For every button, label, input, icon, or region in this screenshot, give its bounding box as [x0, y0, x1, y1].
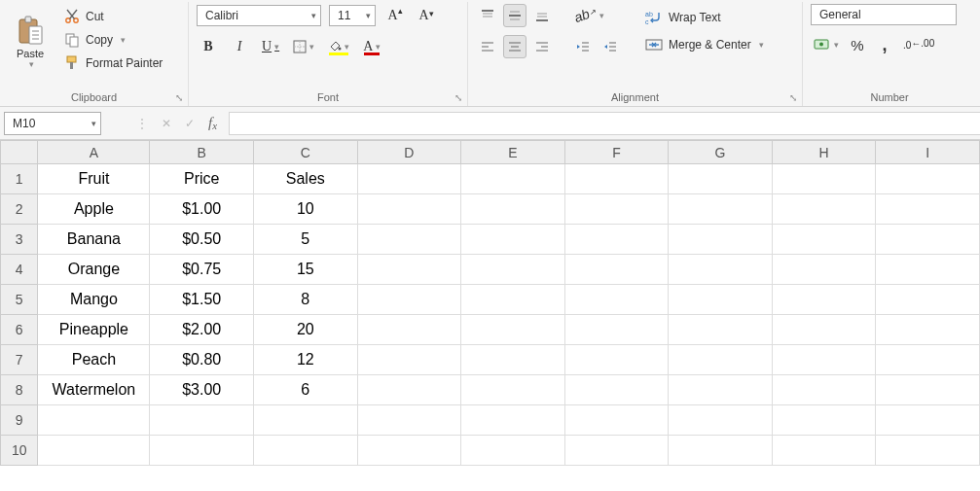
- wrap-text-button[interactable]: abc Wrap Text: [639, 6, 770, 29]
- increase-decimal-button[interactable]: .0←.00: [900, 33, 937, 56]
- fill-color-button[interactable]: ▾: [325, 35, 352, 58]
- cell-A4[interactable]: Orange: [38, 255, 150, 285]
- merge-center-button[interactable]: Merge & Center ▾: [639, 33, 770, 56]
- cell-D3[interactable]: [357, 225, 461, 255]
- cell-A9[interactable]: [38, 405, 150, 436]
- borders-button[interactable]: ▾: [290, 35, 317, 58]
- cell-B1[interactable]: Price: [150, 164, 254, 194]
- cell-E9[interactable]: [461, 405, 565, 436]
- column-header-A[interactable]: A: [38, 141, 150, 164]
- italic-button[interactable]: I: [228, 35, 251, 58]
- align-right-button[interactable]: [530, 35, 554, 58]
- cell-G3[interactable]: [669, 225, 773, 255]
- cell-C5[interactable]: 8: [254, 285, 358, 315]
- cell-B2[interactable]: $1.00: [150, 194, 254, 225]
- cell-F10[interactable]: [564, 436, 669, 466]
- alignment-launcher[interactable]: ⤡: [786, 90, 800, 104]
- underline-button[interactable]: U▾: [259, 35, 282, 58]
- orientation-button[interactable]: ab↗▾: [571, 4, 607, 27]
- cell-F3[interactable]: [564, 225, 669, 255]
- cell-D10[interactable]: [357, 436, 461, 466]
- percent-style-button[interactable]: %: [846, 33, 869, 56]
- column-header-H[interactable]: H: [772, 141, 876, 164]
- formula-options-icon[interactable]: ⋮: [136, 117, 148, 130]
- cell-D5[interactable]: [357, 285, 461, 315]
- column-header-D[interactable]: D: [357, 141, 461, 164]
- cell-H8[interactable]: [772, 375, 876, 405]
- cell-F4[interactable]: [564, 255, 669, 285]
- cell-D1[interactable]: [357, 164, 461, 194]
- cell-G2[interactable]: [669, 194, 773, 225]
- row-header-8[interactable]: 8: [1, 375, 38, 405]
- increase-indent-button[interactable]: [599, 35, 622, 58]
- cell-H2[interactable]: [772, 194, 876, 225]
- column-header-B[interactable]: B: [150, 141, 254, 164]
- spreadsheet-grid[interactable]: ABCDEFGHI 1FruitPriceSales2Apple$1.00103…: [0, 140, 980, 466]
- row-header-3[interactable]: 3: [1, 225, 38, 255]
- formula-enter-icon[interactable]: ✓: [185, 117, 195, 130]
- cell-A2[interactable]: Apple: [38, 194, 150, 225]
- cell-I2[interactable]: [876, 194, 980, 225]
- formula-cancel-icon[interactable]: ✕: [162, 117, 171, 130]
- column-header-G[interactable]: G: [669, 141, 773, 164]
- paste-button[interactable]: Paste ▾: [8, 4, 53, 80]
- row-header-1[interactable]: 1: [1, 164, 38, 194]
- row-header-10[interactable]: 10: [1, 436, 38, 466]
- cell-C7[interactable]: 12: [254, 345, 358, 375]
- name-box[interactable]: M10 ▾: [4, 112, 101, 135]
- cell-I3[interactable]: [876, 225, 980, 255]
- align-center-button[interactable]: [503, 35, 526, 58]
- cell-B9[interactable]: [150, 405, 254, 436]
- cell-B8[interactable]: $3.00: [150, 375, 254, 405]
- cell-H10[interactable]: [772, 436, 876, 466]
- select-all-corner[interactable]: [1, 141, 38, 164]
- cell-E5[interactable]: [461, 285, 565, 315]
- cell-H6[interactable]: [772, 315, 876, 345]
- cell-D4[interactable]: [357, 255, 461, 285]
- cell-B10[interactable]: [150, 436, 254, 466]
- copy-button[interactable]: Copy ▾: [58, 29, 168, 51]
- cell-I5[interactable]: [876, 285, 980, 315]
- cell-F7[interactable]: [564, 345, 669, 375]
- cell-A5[interactable]: Mango: [38, 285, 150, 315]
- cell-B6[interactable]: $2.00: [150, 315, 254, 345]
- cell-I1[interactable]: [876, 164, 980, 194]
- column-header-C[interactable]: C: [254, 141, 358, 164]
- align-bottom-button[interactable]: [530, 4, 554, 27]
- decrease-indent-button[interactable]: [571, 35, 595, 58]
- cell-F1[interactable]: [564, 164, 669, 194]
- row-header-5[interactable]: 5: [1, 285, 38, 315]
- cell-H9[interactable]: [772, 405, 876, 436]
- cell-I8[interactable]: [876, 375, 980, 405]
- cell-H5[interactable]: [772, 285, 876, 315]
- column-header-E[interactable]: E: [461, 141, 565, 164]
- cell-I7[interactable]: [876, 345, 980, 375]
- cell-E10[interactable]: [461, 436, 565, 466]
- cell-C2[interactable]: 10: [254, 194, 358, 225]
- clipboard-launcher[interactable]: ⤡: [172, 90, 186, 104]
- cell-B7[interactable]: $0.80: [150, 345, 254, 375]
- cell-G6[interactable]: [669, 315, 773, 345]
- cell-F2[interactable]: [564, 194, 669, 225]
- cell-I9[interactable]: [876, 405, 980, 436]
- cell-C10[interactable]: [254, 436, 358, 466]
- cell-E3[interactable]: [461, 225, 565, 255]
- cell-F6[interactable]: [564, 315, 669, 345]
- cell-D6[interactable]: [357, 315, 461, 345]
- cell-D9[interactable]: [357, 405, 461, 436]
- accounting-format-button[interactable]: ▾: [811, 33, 842, 56]
- cell-H3[interactable]: [772, 225, 876, 255]
- cell-A10[interactable]: [38, 436, 150, 466]
- increase-font-size-button[interactable]: A▴: [383, 4, 407, 27]
- cell-G1[interactable]: [669, 164, 773, 194]
- cell-A3[interactable]: Banana: [38, 225, 150, 255]
- cell-F8[interactable]: [564, 375, 669, 405]
- cell-A1[interactable]: Fruit: [38, 164, 150, 194]
- bold-button[interactable]: B: [197, 35, 220, 58]
- cell-G4[interactable]: [669, 255, 773, 285]
- number-format-select[interactable]: General: [811, 4, 957, 25]
- row-header-2[interactable]: 2: [1, 194, 38, 225]
- decrease-font-size-button[interactable]: A▾: [415, 4, 438, 27]
- cell-G9[interactable]: [669, 405, 773, 436]
- column-header-I[interactable]: I: [876, 141, 980, 164]
